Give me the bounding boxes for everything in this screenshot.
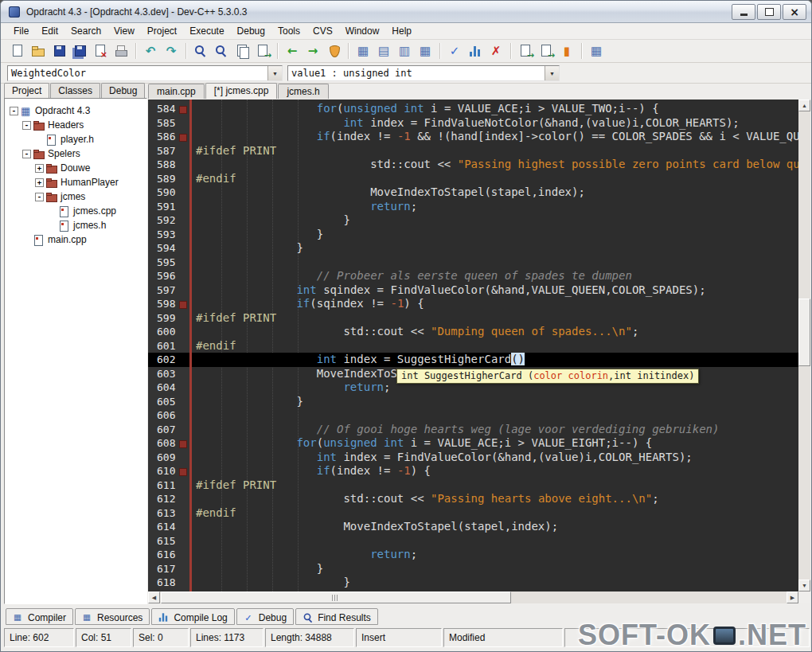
code-line-617[interactable]: } <box>196 562 798 576</box>
close-file-button[interactable] <box>90 41 111 61</box>
gutter-line-610[interactable]: 610 <box>148 464 189 478</box>
code-line-597[interactable]: int sqindex = FindValueColor(&hand,VALUE… <box>196 283 798 298</box>
new-project-button[interactable]: ▦ <box>353 41 373 61</box>
menu-project[interactable]: Project <box>141 23 183 39</box>
scroll-down-icon[interactable]: ▼ <box>798 580 810 591</box>
debug-button[interactable] <box>323 41 344 61</box>
gutter-line-604[interactable]: 604 <box>148 381 189 395</box>
gutter-line-601[interactable]: 601 <box>148 339 189 353</box>
gutter-line-598[interactable]: 598 <box>148 297 189 311</box>
report-tab-compile-log[interactable]: Compile Log <box>151 608 234 625</box>
gutter-line-595[interactable]: 595 <box>148 256 189 270</box>
gutter-line-608[interactable]: 608 <box>148 436 189 451</box>
print-button[interactable] <box>111 41 131 61</box>
menu-debug[interactable]: Debug <box>231 23 271 39</box>
gutter-line-591[interactable]: 591 <box>148 200 189 214</box>
gutter-line-612[interactable]: 612 <box>148 492 189 506</box>
menu-file[interactable]: File <box>7 23 35 39</box>
chevron-down-icon[interactable]: ▼ <box>267 66 282 80</box>
code-line-607[interactable]: // Of gooi hoge hearts weg (lage voor ve… <box>196 423 798 437</box>
code-line-611[interactable]: #ifdef PRINT <box>196 478 798 493</box>
save-all-button[interactable] <box>69 41 90 61</box>
scroll-right-icon[interactable]: ▶ <box>787 591 798 603</box>
gutter-line-596[interactable]: 596 <box>148 269 189 283</box>
collapse-icon[interactable]: - <box>35 193 44 201</box>
remove-from-project-button[interactable]: ▦ <box>415 41 435 61</box>
gutter-line-593[interactable]: 593 <box>148 228 189 242</box>
member-combo-value[interactable]: value1 : unsigned int <box>288 66 545 80</box>
save-file-button[interactable] <box>49 41 69 61</box>
redo-button[interactable]: ↷ <box>161 41 182 61</box>
breakpoint-marker[interactable] <box>179 301 187 309</box>
tree-item-jcmes-h[interactable]: jcmes.h <box>5 218 146 232</box>
window-list-button[interactable]: ▦ <box>586 41 607 61</box>
minimize-button[interactable] <box>732 4 755 20</box>
breakpoint-marker[interactable] <box>179 468 187 476</box>
class-navigator-combo[interactable]: WeightedColor ▼ <box>7 65 283 81</box>
goto-line-button[interactable] <box>252 41 273 61</box>
member-combo[interactable]: value1 : unsigned int ▼ <box>287 65 560 81</box>
breakpoint-marker[interactable] <box>179 106 187 114</box>
gutter-line-617[interactable]: 617 <box>148 562 189 576</box>
breakpoint-marker[interactable] <box>179 134 187 142</box>
find-next-button[interactable] <box>211 41 232 61</box>
gutter-line-606[interactable]: 606 <box>148 408 189 423</box>
tree-item-main-cpp[interactable]: main.cpp <box>5 232 146 247</box>
replace-button[interactable] <box>232 41 252 61</box>
code-line-592[interactable]: } <box>196 213 798 228</box>
code-line-606[interactable] <box>196 408 798 423</box>
gutter-line-613[interactable]: 613 <box>148 506 189 521</box>
menu-edit[interactable]: Edit <box>35 23 64 39</box>
gutter-line-599[interactable]: 599 <box>148 311 189 326</box>
code-line-610[interactable]: if(index != -1) { <box>196 464 798 478</box>
gutter-line-616[interactable]: 616 <box>148 548 189 562</box>
app-icon[interactable] <box>9 6 20 18</box>
menu-window[interactable]: Window <box>339 23 386 39</box>
code-line-584[interactable]: for(unsigned int i = VALUE_ACE;i > VALUE… <box>196 102 798 116</box>
toggle-bookmark-button[interactable] <box>536 41 556 61</box>
scroll-up-icon[interactable]: ▲ <box>798 100 810 111</box>
class-combo-value[interactable]: WeightedColor <box>8 66 267 80</box>
code-line-609[interactable]: int index = FindValueColor(&hand,(value)… <box>196 451 798 465</box>
gutter-line-594[interactable]: 594 <box>148 241 189 256</box>
gutter-line-586[interactable]: 586 <box>148 130 189 144</box>
report-tab-find-results[interactable]: Find Results <box>295 608 378 625</box>
code-line-591[interactable]: return; <box>196 200 798 214</box>
menu-search[interactable]: Search <box>64 23 107 39</box>
code-line-614[interactable]: MoveIndexToStapel(stapel,index); <box>196 520 798 534</box>
expand-icon[interactable]: + <box>35 178 44 187</box>
horizontal-scrollbar[interactable]: ◀ ▶ <box>148 591 798 603</box>
editor-tab--jcmes.cpp[interactable]: [*] jcmes.cpp <box>205 83 278 99</box>
code-line-618[interactable]: } <box>196 576 798 590</box>
tree-item-headers[interactable]: -Headers <box>5 118 146 132</box>
open-file-button[interactable] <box>28 41 49 61</box>
breakpoint-marker[interactable] <box>179 440 187 448</box>
gutter-line-585[interactable]: 585 <box>148 116 189 131</box>
find-button[interactable] <box>190 41 211 61</box>
tree-item-opdracht-4-3[interactable]: -▦Opdracht 4.3 <box>5 103 146 118</box>
report-tab-debug[interactable]: ✓Debug <box>236 608 294 625</box>
undo-button[interactable]: ↶ <box>140 41 161 61</box>
code-line-586[interactable]: if(index != -1 && !(hand[index]->color()… <box>196 130 798 144</box>
gutter-line-588[interactable]: 588 <box>148 158 189 172</box>
tree-item-player-h[interactable]: player.h <box>5 132 146 146</box>
code-editor[interactable]: 5845855865875885895905915925935945955965… <box>148 100 798 591</box>
profile-button[interactable] <box>465 41 486 61</box>
tree-item-spelers[interactable]: -Spelers <box>5 146 146 161</box>
horizontal-scroll-thumb[interactable] <box>161 591 511 603</box>
gutter-line-605[interactable]: 605 <box>148 395 189 409</box>
menu-cvs[interactable]: CVS <box>306 23 339 39</box>
scroll-left-icon[interactable]: ◀ <box>148 591 160 603</box>
editor-tab-main.cpp[interactable]: main.cpp <box>148 84 205 99</box>
code-line-599[interactable]: #ifdef PRINT <box>196 311 798 326</box>
gutter-line-600[interactable]: 600 <box>148 325 189 339</box>
code-line-616[interactable]: return; <box>196 548 798 562</box>
gutter-line-603[interactable]: 603 <box>148 367 189 381</box>
code-line-602[interactable]: int index = SuggestHigherCard() <box>196 353 798 367</box>
add-to-project-button[interactable]: ▥ <box>394 41 415 61</box>
panel-tab-debug[interactable]: Debug <box>101 83 145 98</box>
collapse-icon[interactable]: - <box>10 107 18 115</box>
compile-button[interactable]: ← <box>282 41 303 61</box>
code-line-594[interactable]: } <box>196 241 798 256</box>
code-line-612[interactable]: std::cout << "Passing hearts above eight… <box>196 492 798 506</box>
